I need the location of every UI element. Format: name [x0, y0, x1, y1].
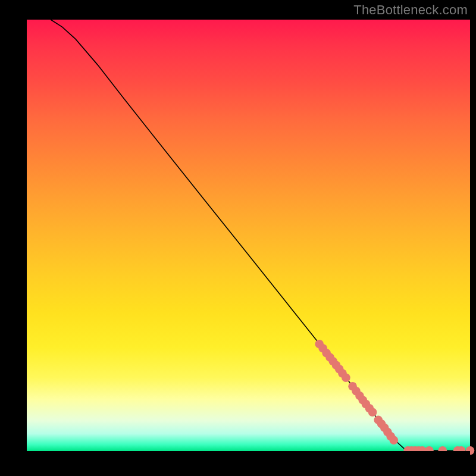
- markers-group: [315, 340, 474, 455]
- border-bottom: [27, 451, 470, 476]
- watermark-text: TheBottleneck.com: [353, 2, 468, 18]
- chart-frame: TheBottleneck.com: [0, 0, 476, 476]
- data-marker: [342, 373, 350, 382]
- curve-line: [51, 20, 470, 451]
- plot-area: [27, 20, 470, 451]
- border-left: [0, 0, 27, 476]
- data-marker: [368, 408, 377, 416]
- data-marker: [390, 436, 399, 445]
- plot-svg: [27, 20, 470, 451]
- border-right: [470, 0, 476, 476]
